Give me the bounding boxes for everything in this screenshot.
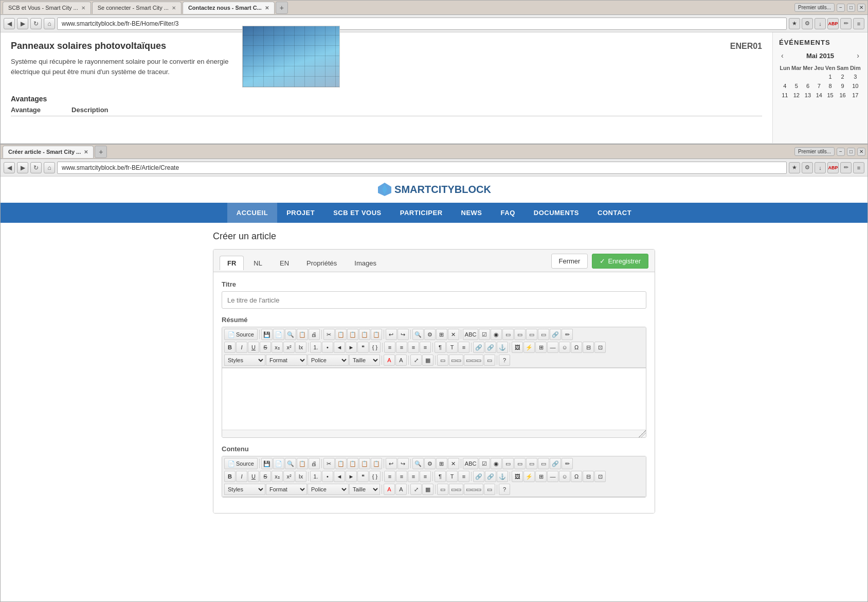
home-button[interactable]: ⌂	[44, 18, 55, 29]
rte-c-indent-btn[interactable]: ►	[346, 471, 357, 482]
rte-c-edit-btn[interactable]: ✏	[562, 458, 573, 469]
rte-c-sub-btn[interactable]: x₂	[272, 471, 283, 482]
rte-c-table-btn[interactable]: ⊞	[535, 471, 547, 482]
tab-contactez[interactable]: Contactez nous - Smart C... ✕	[183, 2, 275, 14]
rte-c-al-btn[interactable]: ≡	[384, 471, 395, 482]
nav-news[interactable]: NEWS	[452, 203, 492, 223]
rte-c-code-btn[interactable]: { }	[369, 471, 381, 482]
rte-c-ar-btn[interactable]: ≡	[408, 471, 419, 482]
nav-accueil[interactable]: ACCUEIL	[227, 203, 277, 223]
rte-c-undo-btn[interactable]: ↩	[386, 458, 397, 469]
rte-maximize-btn[interactable]: ⤢	[410, 355, 422, 366]
rte-align-left-btn[interactable]: ≡	[384, 342, 395, 353]
tab-images[interactable]: Images	[347, 256, 384, 270]
new-tab-button[interactable]: +	[276, 2, 288, 14]
rte-anchor-btn[interactable]: ⚓	[497, 342, 508, 353]
rte-c-3col-btn[interactable]: ▭▭▭	[464, 484, 483, 495]
rte-textarea-btn[interactable]: ▭	[526, 329, 537, 340]
rte-font-color-btn[interactable]: A	[384, 355, 395, 366]
forward-button[interactable]: ▶	[17, 18, 28, 29]
rte-iframe-btn[interactable]: ⊡	[594, 342, 606, 353]
tab-en[interactable]: EN	[272, 256, 297, 270]
c-taille-select[interactable]: Taille	[349, 484, 380, 495]
rte-copy-btn[interactable]: 📋	[335, 329, 347, 340]
rte-redo-btn[interactable]: ↪	[397, 329, 409, 340]
rte-blockquote-btn[interactable]: ❝	[357, 342, 369, 353]
rte-c-img-btn[interactable]: 🖼	[512, 471, 523, 482]
rte-c-fcolor-btn[interactable]: A	[384, 484, 395, 495]
rte-c-find-btn[interactable]: 🔍	[412, 458, 424, 469]
tab-nl[interactable]: NL	[246, 256, 270, 270]
reload-button[interactable]: ↻	[30, 18, 42, 29]
download-icon[interactable]: ↓	[815, 18, 826, 29]
rte-c-save-btn[interactable]: 💾	[261, 458, 273, 469]
rte-c-selectall-btn[interactable]: ⊞	[436, 458, 447, 469]
rte-select-all-btn[interactable]: ⊞	[436, 329, 447, 340]
new-tab-button-2[interactable]: +	[95, 146, 107, 158]
rte-c-ac-btn[interactable]: ≡	[396, 471, 407, 482]
rte-code-btn[interactable]: { }	[369, 342, 381, 353]
reload-button-2[interactable]: ↻	[30, 162, 42, 173]
rte-c-special2-btn[interactable]: Ω	[571, 471, 582, 482]
rte-c-unlink2-btn[interactable]: 🔗	[485, 471, 496, 482]
rte-c-sel-btn[interactable]: ▭	[514, 458, 526, 469]
rte-newdoc-btn[interactable]: 📄	[273, 329, 284, 340]
download-icon-2[interactable]: ↓	[815, 162, 826, 173]
rte-underline-btn[interactable]: U	[248, 342, 259, 353]
nav-scb-et-vous[interactable]: SCB ET VOUS	[324, 203, 391, 223]
minimize-button[interactable]: −	[837, 4, 845, 12]
styles-select[interactable]: Styles	[224, 355, 265, 366]
rte-c-aj-btn[interactable]: ≡	[420, 471, 431, 482]
rte-c-pb-btn[interactable]: ⊟	[583, 471, 594, 482]
rte-c-rf-btn[interactable]: Ix	[295, 471, 306, 482]
rte-strike-btn[interactable]: S	[260, 342, 271, 353]
tab-creer-article[interactable]: Créer article - Smart City ... ✕	[3, 146, 94, 158]
rte-help-btn[interactable]: ?	[499, 355, 510, 366]
rte-c-check-btn[interactable]: ☑	[479, 458, 490, 469]
rte-bold-btn[interactable]: B	[224, 342, 236, 353]
rte-template-btn[interactable]: 📋	[297, 329, 308, 340]
pencil-icon-2[interactable]: ✏	[840, 162, 852, 173]
rte-undo-btn[interactable]: ↩	[386, 329, 397, 340]
settings-icon[interactable]: ⚙	[802, 18, 813, 29]
rte-c-4col-btn[interactable]: ▭	[484, 484, 495, 495]
bookmark-icon-2[interactable]: ★	[789, 162, 800, 173]
cal-prev-button[interactable]: ‹	[779, 51, 786, 60]
rte-emoji-btn[interactable]: ☺	[559, 342, 570, 353]
resume-editor-body[interactable]	[222, 368, 646, 430]
rte-c-link2-btn[interactable]: 🔗	[473, 471, 484, 482]
rte-c-cf-btn[interactable]: T	[446, 471, 458, 482]
rte-input-btn[interactable]: ▭	[502, 329, 514, 340]
rte-cut-btn[interactable]: ✂	[323, 329, 335, 340]
rte-special-btn[interactable]: Ω	[571, 342, 582, 353]
rte-unlink-btn[interactable]: ✏	[562, 329, 573, 340]
rte-link-btn[interactable]: 🔗	[550, 329, 561, 340]
rte-indent-btn[interactable]: ►	[346, 342, 357, 353]
tab-close-icon[interactable]: ✕	[172, 5, 176, 11]
pencil-icon[interactable]: ✏	[840, 18, 852, 29]
rte-ul-btn[interactable]: •	[322, 342, 333, 353]
rte-align-justify-btn[interactable]: ≡	[420, 342, 431, 353]
rte-radio-btn[interactable]: ◉	[491, 329, 502, 340]
rte-c-input-btn[interactable]: ▭	[502, 458, 514, 469]
rte-paste-text-btn[interactable]: 📋	[359, 329, 370, 340]
tab-close-icon[interactable]: ✕	[265, 5, 269, 11]
police-select[interactable]: Police	[308, 355, 349, 366]
rte-align-center-btn[interactable]: ≡	[396, 342, 407, 353]
nav-faq[interactable]: FAQ	[492, 203, 525, 223]
rte-save-btn[interactable]: 💾	[261, 329, 273, 340]
back-button[interactable]: ◀	[4, 18, 15, 29]
tab-se-connecter[interactable]: Se connecter - Smart City ... ✕	[92, 2, 182, 14]
rte-c-preview-btn[interactable]: 🔍	[285, 458, 296, 469]
restore-button-2[interactable]: □	[847, 148, 855, 156]
rte-subscript-btn[interactable]: x₂	[272, 342, 283, 353]
close-button-2[interactable]: ✕	[857, 148, 865, 156]
rte-c-emoji2-btn[interactable]: ☺	[559, 471, 570, 482]
minimize-button-2[interactable]: −	[837, 148, 845, 156]
rte-c-sup-btn[interactable]: x²	[283, 471, 295, 482]
rte-c-copy-btn[interactable]: 📋	[335, 458, 347, 469]
url-input-2[interactable]	[57, 162, 787, 174]
c-format-select[interactable]: Format	[266, 484, 307, 495]
resize-icon[interactable]	[639, 430, 646, 437]
source-button-resume[interactable]: 📄 Source	[224, 329, 258, 340]
